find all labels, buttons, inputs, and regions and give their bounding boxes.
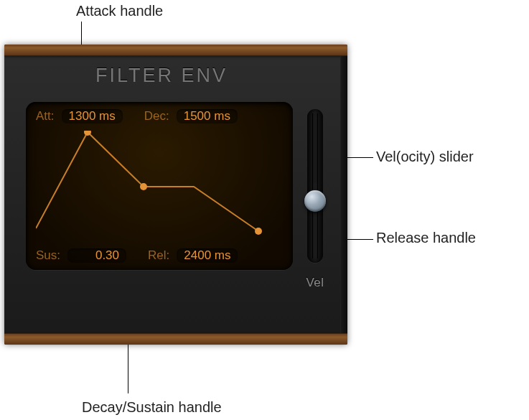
decay-sustain-handle[interactable] — [140, 183, 147, 190]
velocity-slider-track[interactable] — [307, 109, 323, 263]
annotation-release-handle: Release handle — [376, 230, 476, 246]
filter-envelope-panel: FILTER ENV Att: 1300 ms Dec: 1500 ms Sus… — [4, 45, 347, 345]
decay-value[interactable]: 1500 ms — [177, 109, 238, 123]
release-handle[interactable] — [255, 228, 262, 235]
attack-label: Att: — [36, 109, 55, 123]
envelope-graph[interactable] — [36, 131, 283, 241]
annotation-decay-sustain-handle: Decay/Sustain handle — [82, 399, 222, 416]
sustain-label: Sus: — [36, 248, 60, 263]
velocity-slider[interactable]: Vel — [301, 102, 329, 270]
attack-value[interactable]: 1300 ms — [62, 109, 123, 123]
sustain-value[interactable]: 0.30 — [67, 248, 126, 263]
annotation-attack-handle: Attack handle — [76, 3, 163, 19]
velocity-slider-thumb[interactable] — [304, 190, 326, 212]
envelope-display: Att: 1300 ms Dec: 1500 ms Sus: 0.30 Rel:… — [26, 102, 293, 270]
panel-edge — [340, 56, 347, 333]
velocity-slider-label: Vel — [306, 276, 324, 290]
envelope-curve — [36, 132, 258, 231]
wood-trim-bottom — [4, 333, 347, 345]
decay-label: Dec: — [144, 109, 169, 123]
release-value[interactable]: 2400 ms — [177, 248, 238, 263]
wood-trim-top — [4, 45, 347, 56]
section-title: FILTER ENV — [4, 65, 319, 87]
release-label: Rel: — [148, 248, 169, 263]
annotation-velocity-slider: Vel(ocity) slider — [376, 149, 474, 165]
